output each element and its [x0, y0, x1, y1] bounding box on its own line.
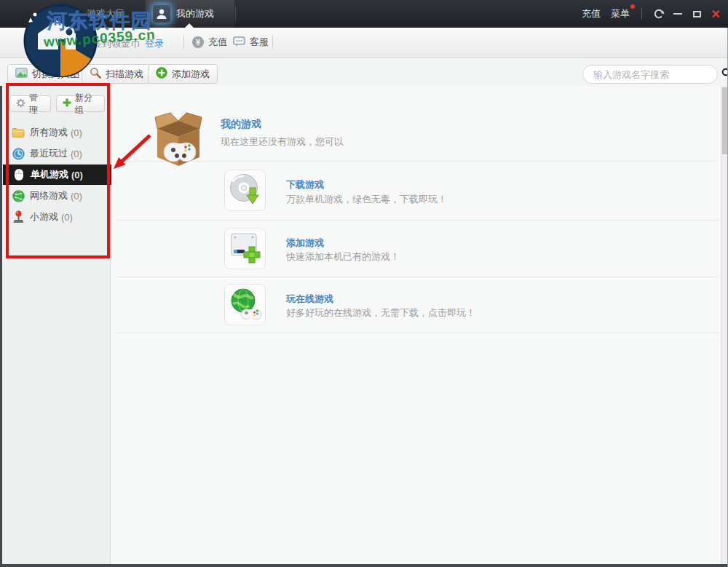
customer-service-label: 客服	[250, 36, 269, 49]
joystick-icon	[12, 210, 25, 223]
sidebar-item-all-games[interactable]: 所有游戏 (0)	[2, 122, 111, 143]
new-group-button[interactable]: 新分组	[56, 95, 105, 112]
refresh-button[interactable]	[649, 0, 668, 28]
sidebar-item-count: (0)	[71, 127, 82, 138]
sidebar-item-single-player[interactable]: 单机游戏 (0)	[3, 164, 114, 185]
tab-separator	[235, 7, 236, 21]
drive-add-icon	[229, 231, 262, 267]
scan-games-label: 扫描游戏	[106, 68, 143, 81]
search-box	[582, 65, 718, 84]
row-divider	[116, 277, 719, 277]
customer-service-item[interactable]: 客服	[233, 33, 269, 51]
game-toolbar: 切换到大图 扫描游戏 添加游戏	[0, 58, 728, 86]
sidebar-item-label: 单机游戏	[31, 168, 68, 181]
add-games-label: 添加游戏	[172, 68, 210, 81]
user-bar: 登录后可签到领金币 登录 ¥ 充值 客服	[0, 28, 728, 58]
app-window: 游戏大厅 我的游戏 充值 菜单 ×	[0, 0, 728, 567]
clock-icon	[12, 147, 25, 160]
search-input[interactable]	[593, 69, 721, 80]
titlebar: 游戏大厅 我的游戏 充值 菜单 ×	[0, 0, 728, 28]
add-circle-icon	[156, 67, 167, 81]
add-games-title[interactable]: 添加游戏	[286, 237, 324, 250]
globe-icon	[12, 189, 25, 202]
menu-link[interactable]: 菜单	[611, 7, 630, 20]
chat-icon	[233, 36, 245, 49]
play-online-iconbox[interactable]	[224, 284, 266, 325]
sidebar-item-count: (0)	[71, 170, 83, 181]
gear-icon	[16, 98, 25, 110]
home-icon	[68, 7, 81, 21]
titlebar-separator	[641, 8, 642, 20]
switch-large-view-button[interactable]: 切换到大图	[7, 64, 87, 84]
play-online-desc: 好多好玩的在线游戏，无需下载，点击即玩！	[286, 306, 475, 320]
plus-icon	[63, 98, 71, 109]
download-games-iconbox[interactable]	[224, 170, 266, 211]
maximize-button[interactable]	[687, 0, 706, 28]
recharge-item[interactable]: ¥ 充值	[192, 33, 227, 51]
sidebar-item-count: (0)	[61, 212, 73, 223]
add-games-iconbox[interactable]	[224, 228, 266, 269]
window-border-bottom	[0, 564, 728, 567]
page-subtitle: 现在这里还没有游戏，您可以	[221, 135, 344, 148]
titlebar-controls: 充值 菜单 ×	[582, 0, 728, 28]
recharge-label: 充值	[208, 36, 227, 49]
tab-my-games-label: 我的游戏	[176, 7, 214, 20]
sidebar-item-mini-games[interactable]: 小游戏 (0)	[2, 207, 111, 227]
userbar-separator	[183, 36, 184, 49]
sidebar-item-count: (0)	[71, 148, 82, 159]
manage-button[interactable]: 管理	[9, 95, 51, 112]
recharge-link[interactable]: 充值	[582, 7, 601, 20]
magnifier-icon	[90, 67, 101, 81]
row-divider	[116, 333, 719, 333]
mouse-icon	[12, 168, 25, 181]
manage-label: 管理	[29, 92, 44, 116]
download-games-title[interactable]: 下载游戏	[286, 178, 324, 191]
empty-box-icon	[154, 111, 202, 170]
sidebar-item-label: 所有游戏	[30, 126, 68, 139]
menu-notification-dot	[630, 4, 635, 9]
sidebar-item-online-games[interactable]: 网络游戏 (0)	[2, 186, 111, 206]
login-hint-text: 登录后可签到领金币	[55, 37, 140, 50]
row-divider	[116, 220, 719, 221]
vertical-scrollbar[interactable]	[721, 86, 727, 564]
switch-large-view-label: 切换到大图	[32, 68, 79, 81]
sidebar-item-recent[interactable]: 最近玩过 (0)	[2, 143, 111, 164]
header-divider	[120, 161, 717, 162]
download-games-desc: 万款单机游戏，绿色无毒，下载即玩！	[286, 193, 447, 206]
yuan-icon: ¥	[192, 36, 204, 48]
scan-games-button[interactable]: 扫描游戏	[82, 64, 151, 84]
minimize-button[interactable]	[668, 0, 687, 28]
page-title: 我的游戏	[221, 118, 261, 131]
userbar-separator-2	[272, 36, 273, 49]
globe-gamepad-icon	[229, 287, 262, 323]
play-online-title[interactable]: 玩在线游戏	[286, 293, 333, 306]
sidebar-item-label: 网络游戏	[30, 189, 68, 202]
folder-icon	[12, 126, 25, 139]
image-view-icon	[15, 68, 28, 80]
sidebar-item-label: 最近玩过	[30, 147, 68, 160]
disc-download-icon	[229, 173, 262, 209]
sidebar-item-count: (0)	[71, 191, 82, 202]
group-sidebar: 管理 新分组 所有游戏 (0)	[2, 86, 111, 564]
main-content	[111, 86, 721, 564]
window-border-left	[0, 86, 2, 567]
close-button[interactable]: ×	[706, 0, 725, 28]
add-games-desc: 快速添加本机已有的游戏！	[286, 250, 400, 263]
sidebar-item-label: 小游戏	[30, 210, 58, 223]
tab-game-hall-label: 游戏大厅	[87, 7, 124, 20]
login-link[interactable]: 登录	[145, 37, 164, 50]
add-games-button[interactable]: 添加游戏	[148, 64, 218, 84]
new-group-label: 新分组	[75, 92, 98, 116]
user-icon	[153, 5, 170, 23]
tab-game-hall[interactable]: 游戏大厅	[61, 0, 132, 28]
scrollbar-thumb[interactable]	[722, 87, 727, 154]
